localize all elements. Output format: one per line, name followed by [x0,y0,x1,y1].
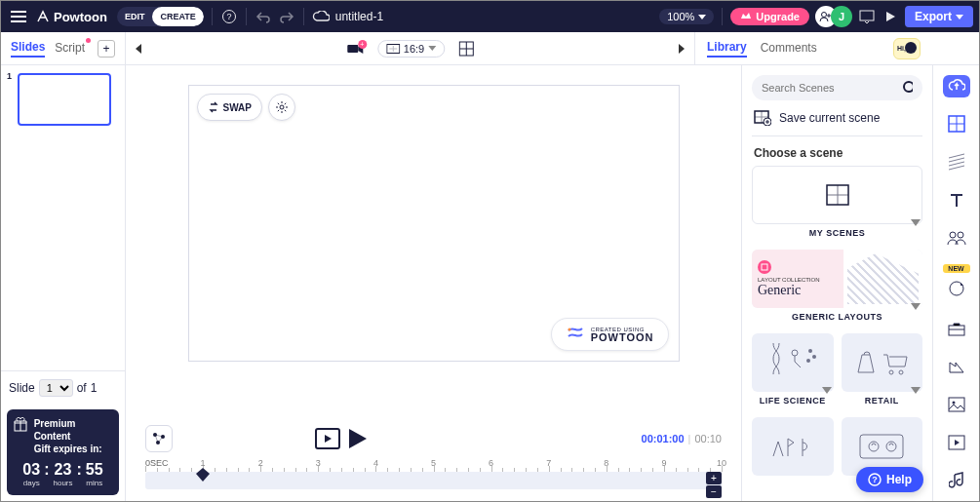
timeline-zoom-out[interactable]: − [706,485,722,498]
effects-button[interactable] [145,425,173,452]
upgrade-label: Upgrade [756,11,800,22]
tab-script[interactable]: Script [55,41,85,57]
svg-point-29 [950,232,956,238]
premium-promo[interactable]: Premium Content Gift expires in: 03days … [7,409,119,495]
undo-icon[interactable] [255,8,272,25]
record-badge: + [358,40,367,49]
present-icon[interactable] [858,8,876,25]
help-icon[interactable]: ? [220,8,238,25]
upload-button[interactable] [943,75,970,97]
next-slide-button[interactable] [669,44,694,54]
svg-point-34 [952,401,955,404]
second-bar: Slides Script + + 16:9 Library Comments [1,32,979,65]
slide-thumb-1[interactable]: 1 [9,73,117,126]
brand-logo[interactable]: Powtoon [36,10,107,24]
card-life-science[interactable]: LIFE SCIENCE [752,333,834,409]
svg-rect-32 [949,326,964,335]
tab-comments[interactable]: Comments [761,41,817,57]
svg-text:?: ? [226,12,231,21]
svg-point-13 [904,82,913,92]
choose-scene-label: Choose a scene [752,136,922,166]
chevron-down-icon [911,303,921,310]
user-avatar[interactable]: J [831,6,852,27]
watermark: CREATED USING POWTOON [551,318,669,351]
stage-settings-button[interactable] [268,94,295,121]
save-scene-button[interactable]: Save current scene [752,100,922,136]
rail-characters[interactable] [943,226,970,249]
rail-video[interactable] [943,431,970,453]
slide-dropdown[interactable]: 1 [39,379,73,397]
tool-rail: NEW [932,65,979,501]
notification-dot [86,38,91,43]
svg-rect-17 [762,264,767,270]
canvas-area: SWAP CREATED USING POWTOON [126,65,741,501]
menu-icon[interactable] [7,7,30,26]
svg-point-19 [808,349,812,353]
card-my-scenes[interactable]: MY SCENES [752,166,922,242]
zoom-control[interactable]: 100% [659,9,714,24]
record-button[interactable]: + [346,42,364,56]
aspect-ratio-select[interactable]: 16:9 [377,40,445,58]
mode-edit[interactable]: EDIT [117,7,153,26]
chevron-down-icon [428,46,436,51]
chevron-down-icon [911,387,921,394]
rail-images[interactable] [943,394,970,416]
timeline[interactable]: 0SEC 12345678910 + − [126,456,741,501]
playhead[interactable] [196,468,210,482]
svg-point-18 [792,350,798,356]
redo-icon[interactable] [278,8,295,25]
svg-text:?: ? [872,475,878,484]
search-input[interactable] [762,82,896,94]
rail-shapes[interactable] [943,356,970,378]
stage[interactable]: SWAP CREATED USING POWTOON [188,85,680,362]
zoom-value: 100% [667,11,694,22]
svg-point-30 [958,232,963,238]
help-button[interactable]: ? Help [856,467,923,492]
search-icon[interactable] [902,80,913,96]
new-badge: NEW [943,264,970,273]
add-slide-button[interactable]: + [98,40,115,58]
slides-panel: 1 Slide 1 of 1 Premium Content Gift expi… [1,65,126,501]
export-button[interactable]: Export [905,6,973,27]
rail-props[interactable] [943,318,970,340]
mode-toggle[interactable]: EDIT CREATE [117,7,204,26]
svg-point-8 [280,105,284,109]
ratio-value: 16:9 [404,43,424,55]
rail-text[interactable] [943,188,970,211]
layout-grid-icon[interactable] [458,41,474,57]
rail-background[interactable] [943,151,970,174]
hi-badge[interactable]: Hi, [893,38,921,59]
svg-rect-3 [860,11,874,20]
chevron-down-icon [911,219,921,226]
rail-audio[interactable] [943,469,970,491]
time-total: 00:10 [694,433,722,444]
cloud-save-icon[interactable] [312,8,330,25]
timeline-zoom-in[interactable]: + [706,472,722,484]
upgrade-button[interactable]: Upgrade [730,8,809,25]
slide-number: 1 [7,71,12,81]
card-generic-layouts[interactable]: LAYOUT COLLECTION Generic GENERIC LAYOUT… [752,250,922,326]
chevron-down-icon [956,15,963,19]
play-preview-icon[interactable] [882,8,899,25]
rail-scenes[interactable] [943,113,970,135]
search-scenes[interactable] [752,75,922,100]
tab-library[interactable]: Library [707,40,747,58]
play-section-button[interactable] [315,428,340,449]
play-button[interactable] [346,428,368,449]
top-bar: Powtoon EDIT CREATE ? untitled-1 100% Up… [1,1,979,32]
svg-point-23 [899,370,903,374]
swap-button[interactable]: SWAP [197,94,262,121]
card-retail[interactable]: RETAIL [842,333,923,409]
library-panel: Save current scene Choose a scene MY SCE… [741,65,932,501]
mode-create[interactable]: CREATE [152,7,203,26]
playback-bar: 00:01:00 | 00:10 [126,421,741,456]
svg-point-9 [568,328,570,331]
prev-slide-button[interactable] [126,44,151,54]
svg-point-20 [812,355,816,359]
doc-title[interactable]: untitled-1 [335,10,383,23]
slide-selector: Slide 1 of 1 [1,370,125,404]
card-extra-1[interactable] [752,417,834,476]
rail-stickers[interactable] [943,275,970,302]
tab-slides[interactable]: Slides [11,40,45,58]
chevron-down-icon [822,387,832,394]
